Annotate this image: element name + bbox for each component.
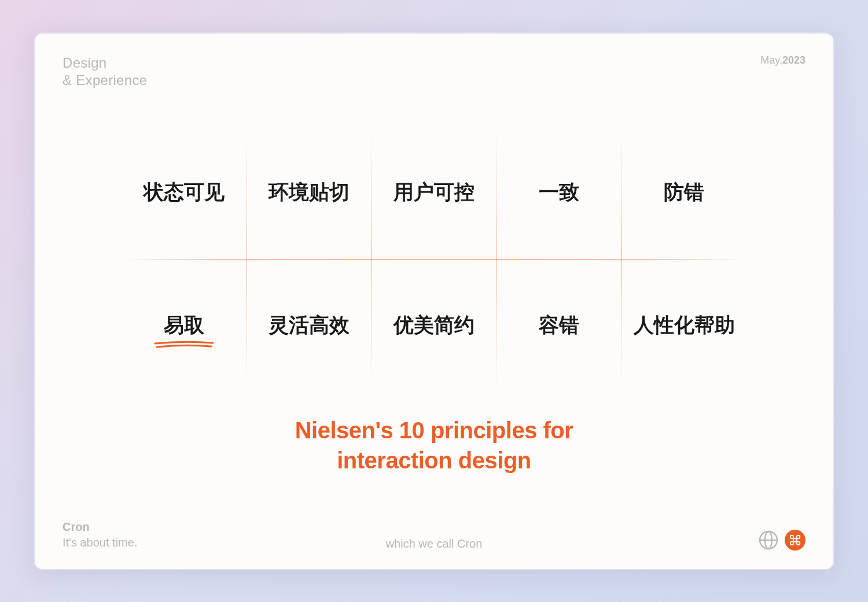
footer: Cron It's about time. which we call Cron: [62, 519, 806, 551]
principle-cell: 优美简约: [372, 259, 496, 392]
slide-card: Design & Experience May,2023 状态可见 环境贴切 用…: [34, 32, 834, 570]
date-year: 2023: [782, 54, 806, 66]
principle-text: 环境贴切: [269, 179, 350, 206]
principle-cell: 一致: [496, 126, 621, 259]
command-badge: [785, 530, 806, 551]
principle-cell: 人性化帮助: [621, 259, 746, 392]
footer-center: which we call Cron: [386, 537, 483, 551]
date-month: May,: [760, 54, 782, 66]
main-title: Nielsen's 10 principles for interaction …: [35, 415, 833, 475]
footer-right: [758, 530, 806, 551]
principle-text: 状态可见: [144, 179, 225, 206]
principle-cell-highlighted: 易取: [122, 259, 247, 392]
principles-container: 状态可见 环境贴切 用户可控 一致 防错 易取: [122, 126, 746, 392]
principle-cell: 状态可见: [122, 126, 247, 259]
footer-tagline: It's about time.: [62, 535, 137, 551]
header-line2: & Experience: [62, 72, 147, 89]
header-line1: Design: [62, 54, 147, 72]
principle-cell: 灵活高效: [247, 259, 372, 392]
header-date: May,2023: [760, 54, 806, 67]
principle-text: 一致: [539, 179, 579, 206]
principle-text: 优美简约: [393, 312, 475, 339]
title-line2: interaction design: [35, 445, 833, 475]
title-line1: Nielsen's 10 principles for: [35, 415, 833, 445]
principle-cell: 防错: [621, 126, 746, 259]
footer-brand: Cron: [62, 519, 137, 535]
principle-text: 易取: [164, 312, 204, 339]
command-icon: [789, 534, 801, 546]
principle-text: 用户可控: [393, 179, 475, 206]
principle-text: 人性化帮助: [634, 312, 735, 339]
underline-mark-icon: [152, 340, 216, 349]
principle-cell: 用户可控: [372, 126, 496, 259]
principles-grid: 状态可见 环境贴切 用户可控 一致 防错 易取: [122, 126, 746, 392]
footer-left: Cron It's about time.: [62, 519, 137, 551]
header: Design & Experience May,2023: [62, 54, 806, 89]
principle-cell: 环境贴切: [247, 126, 372, 259]
principle-cell: 容错: [496, 259, 621, 392]
title-section: Nielsen's 10 principles for interaction …: [35, 415, 833, 475]
principle-text: 容错: [539, 312, 579, 339]
principle-text: 灵活高效: [269, 312, 350, 339]
principle-text: 防错: [664, 179, 704, 206]
header-title: Design & Experience: [62, 54, 147, 89]
globe-icon: [758, 530, 779, 551]
